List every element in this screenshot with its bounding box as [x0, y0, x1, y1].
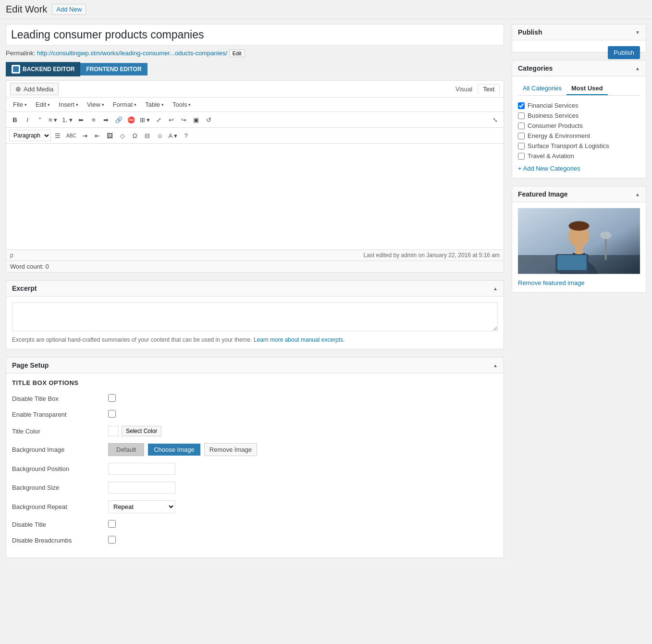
publish-panel-title: Publish [518, 28, 542, 36]
permalink-edit-button[interactable]: Edit [229, 50, 245, 57]
list-item: Business Services [518, 111, 640, 121]
help-button[interactable]: ? [180, 130, 192, 141]
categories-panel-header[interactable]: Categories [512, 61, 646, 76]
excerpt-textarea[interactable] [12, 302, 498, 331]
list-item: Surface Transport & Logistics [518, 141, 640, 151]
main-layout: Permalink: http://consultingwp.stm/works… [0, 19, 652, 639]
remove-featured-image-link[interactable]: Remove featured image [518, 279, 640, 286]
toolbar-row-1: B I " ≡ ▾ 1. ▾ ⬅ ≡ ➡ 🔗 ⛔ ⊞ ▾ ⤢ ↩ ↪ ▣ ↺ ⤡ [6, 112, 504, 128]
background-repeat-select[interactable]: Repeat No Repeat Repeat-X Repeat-Y [108, 500, 175, 513]
post-title-input[interactable] [6, 24, 504, 46]
remove-bg-image-button[interactable]: Remove Image [204, 443, 257, 456]
publish-toggle-icon [635, 29, 640, 36]
category-travel-aviation-checkbox[interactable] [518, 153, 525, 160]
publish-button[interactable]: Publish [608, 46, 640, 59]
unordered-list-button[interactable]: ≡ ▾ [47, 114, 59, 125]
paragraph-select[interactable]: Paragraph [9, 130, 51, 141]
undo-button[interactable]: ↩ [165, 114, 177, 125]
excerpt-note: Excerpts are optional hand-crafted summa… [12, 336, 498, 343]
enable-transparent-control [108, 410, 498, 419]
add-new-button[interactable]: Add New [52, 4, 86, 15]
blockquote-button[interactable]: " [34, 114, 46, 125]
disable-title-box-control [108, 394, 498, 403]
background-size-row: Background Size [12, 482, 498, 494]
category-business-services-checkbox[interactable] [518, 112, 525, 119]
tools-arrow-icon: ▾ [188, 102, 191, 107]
menu-insert[interactable]: Insert ▾ [55, 99, 82, 110]
redo-button[interactable]: ↪ [178, 114, 189, 125]
expand-button[interactable]: ⤡ [489, 114, 501, 125]
menu-view[interactable]: View ▾ [83, 99, 108, 110]
abc-button[interactable]: ABC [64, 130, 78, 141]
diamond-button[interactable]: ◇ [117, 130, 128, 141]
bold-button[interactable]: B [9, 114, 21, 125]
category-financial-services-checkbox[interactable] [518, 102, 525, 109]
disable-title-box-label: Disable Title Box [12, 395, 108, 402]
background-size-input[interactable] [108, 482, 175, 494]
refresh-button[interactable]: ↺ [203, 114, 214, 125]
align-right-button[interactable]: ➡ [100, 114, 112, 125]
disable-breadcrumbs-checkbox[interactable] [108, 536, 116, 544]
categories-panel: Categories All Categories Most Used Fina… [512, 60, 646, 178]
view-arrow-icon: ▾ [102, 102, 104, 107]
menu-edit[interactable]: Edit ▾ [32, 99, 54, 110]
default-bg-button[interactable]: Default [108, 443, 144, 456]
disable-title-checkbox[interactable] [108, 520, 116, 528]
backend-editor-button[interactable]: BACKEND EDITOR [6, 62, 80, 76]
table-insert-button[interactable]: ⊞ ▾ [138, 114, 152, 125]
page-setup-panel-header[interactable]: Page Setup [6, 358, 504, 373]
tab-visual[interactable]: Visual [450, 84, 478, 94]
background-position-input[interactable] [108, 463, 175, 475]
category-consumer-products-checkbox[interactable] [518, 123, 525, 129]
select-color-button[interactable]: Select Color [122, 426, 161, 436]
unlink-button[interactable]: ⛔ [125, 114, 137, 125]
outdent-button[interactable]: ⇤ [92, 130, 103, 141]
lines-button[interactable]: ⊟ [142, 130, 153, 141]
excerpt-learn-more-link[interactable]: Learn more about manual excerpts. [254, 336, 344, 343]
tab-most-used[interactable]: Most Used [566, 82, 608, 95]
ordered-list-button[interactable]: 1. ▾ [60, 114, 74, 125]
disable-title-box-checkbox[interactable] [108, 394, 116, 402]
featured-image-panel-header[interactable]: Featured Image [512, 186, 646, 202]
featured-image-panel: Featured Image [512, 186, 646, 293]
tab-all-categories[interactable]: All Categories [518, 82, 566, 95]
menu-table[interactable]: Table ▾ [141, 99, 168, 110]
emoji-button[interactable]: ☺ [154, 130, 166, 141]
choose-image-button[interactable]: Choose Image [148, 444, 200, 456]
menu-tools[interactable]: Tools ▾ [169, 99, 195, 110]
background-position-row: Background Position [12, 463, 498, 475]
permalink-url[interactable]: http://consultingwp.stm/works/leading-co… [37, 50, 227, 57]
page-setup-panel-title: Page Setup [12, 361, 49, 369]
publish-panel-body: Publish [512, 40, 646, 52]
color-button[interactable]: A ▾ [167, 130, 180, 141]
link-button[interactable]: 🔗 [113, 114, 124, 125]
menu-file[interactable]: File ▾ [9, 99, 31, 110]
frontend-editor-button[interactable]: FRONTEND EDITOR [80, 63, 147, 75]
publish-panel-header[interactable]: Publish [512, 25, 646, 40]
enable-transparent-checkbox[interactable] [108, 410, 116, 418]
add-media-button[interactable]: ⊕ Add Media [10, 83, 59, 95]
list-item: Consumer Products [518, 121, 640, 131]
category-surface-transport-checkbox[interactable] [518, 143, 525, 149]
fullscreen-button[interactable]: ⤢ [153, 114, 164, 125]
align-left-button[interactable]: ⬅ [75, 114, 87, 125]
featured-image-panel-body: Remove featured image [512, 202, 646, 292]
category-energy-environment-checkbox[interactable] [518, 133, 525, 139]
align-center-button[interactable]: ≡ [88, 114, 99, 125]
color-swatch[interactable] [108, 426, 119, 436]
add-new-categories-link[interactable]: + Add New Categories [518, 165, 640, 172]
code-button[interactable]: ▣ [190, 114, 202, 125]
tab-text[interactable]: Text [478, 84, 500, 94]
omega-button[interactable]: Ω [129, 130, 141, 141]
italic-button[interactable]: I [22, 114, 33, 125]
format-list-button[interactable]: ☰ [52, 130, 63, 141]
excerpt-panel-title: Excerpt [12, 285, 37, 292]
indent-button[interactable]: ⇥ [79, 130, 91, 141]
list-item: Financial Services [518, 100, 640, 111]
word-count-bar: Word count: 0 [6, 260, 504, 272]
menu-format[interactable]: Format ▾ [109, 99, 140, 110]
file-arrow-icon: ▾ [25, 102, 27, 107]
excerpt-panel-header[interactable]: Excerpt [6, 281, 504, 297]
editor-content[interactable] [6, 144, 504, 249]
image-insert-button[interactable]: 🖼 [104, 130, 116, 141]
